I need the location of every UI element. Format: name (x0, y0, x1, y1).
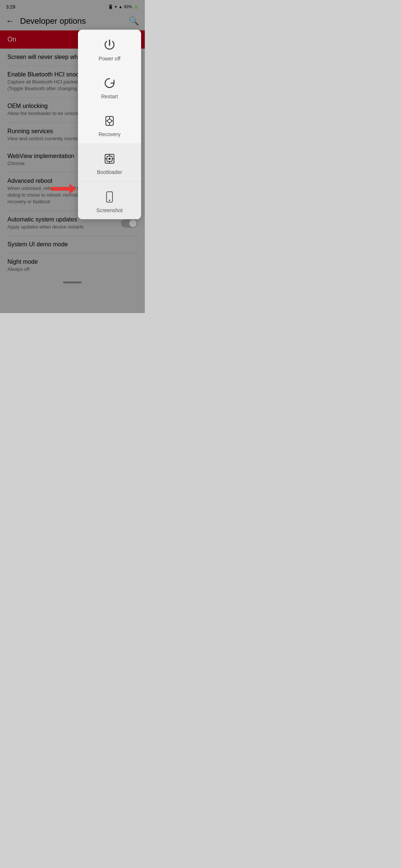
power-off-button[interactable]: Power off (78, 30, 141, 68)
recovery-button[interactable]: Recovery (78, 105, 141, 143)
svg-point-12 (109, 158, 110, 160)
bootloader-label: Bootloader (97, 169, 122, 175)
bootloader-icon (101, 151, 118, 167)
arrow-head (69, 184, 76, 194)
bootloader-button[interactable]: Bootloader (78, 143, 141, 181)
power-menu: Power off Restart Recovery (78, 30, 141, 219)
screenshot-icon (101, 189, 118, 205)
power-off-icon (101, 37, 118, 53)
svg-point-1 (108, 119, 111, 123)
restart-button[interactable]: Restart (78, 68, 141, 105)
screenshot-label: Screenshot (97, 207, 123, 213)
arrow-body (51, 187, 69, 191)
screenshot-button[interactable]: Screenshot (78, 181, 141, 219)
recovery-label: Recovery (98, 131, 120, 137)
power-off-label: Power off (99, 56, 121, 62)
recovery-icon (101, 113, 118, 129)
red-arrow (51, 184, 76, 194)
restart-label: Restart (101, 93, 118, 99)
restart-icon (101, 75, 118, 91)
